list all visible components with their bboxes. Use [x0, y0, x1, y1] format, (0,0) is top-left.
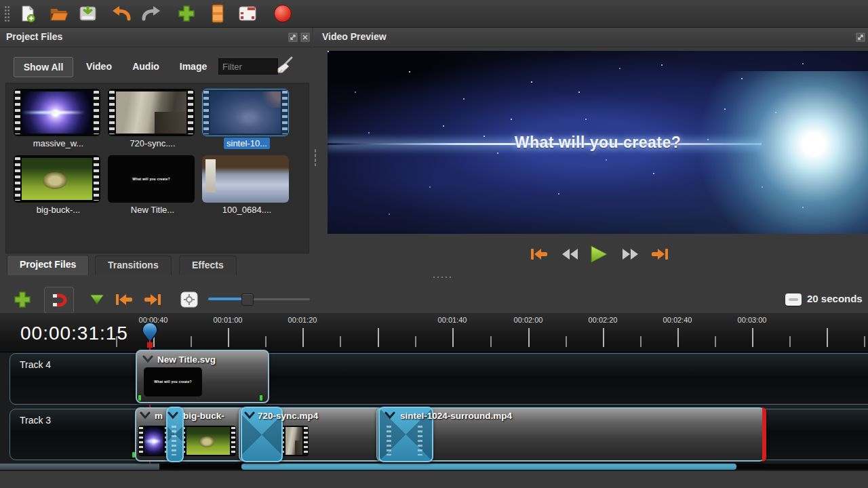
jump-to-start-button[interactable]: [528, 243, 551, 266]
tab-effects[interactable]: Effects: [179, 256, 237, 274]
ruler-label: 00:02:20: [589, 316, 618, 324]
add-marker-button[interactable]: [87, 289, 107, 310]
timeline-scroll-gutter: [0, 464, 159, 470]
ruler-tick-major: [302, 328, 304, 347]
file-item[interactable]: massive_w...: [14, 89, 103, 148]
previous-marker-button[interactable]: [114, 289, 134, 310]
rewind-icon: [561, 247, 580, 261]
file-item[interactable]: What will you create? New Title...: [108, 155, 197, 215]
ruler-tick-minor: [715, 336, 716, 347]
record-circle-icon: [274, 5, 292, 22]
clip-menu-chevron-icon[interactable]: [142, 355, 153, 363]
filter-image-button[interactable]: Image: [174, 57, 213, 76]
choose-profile-button[interactable]: [208, 3, 228, 24]
ruler-tick-minor: [490, 336, 492, 347]
selection-overlay: [202, 89, 289, 136]
clip-new-title[interactable]: New Title.svg What will you create?: [136, 350, 269, 403]
track-3-label: Track 3: [20, 415, 51, 426]
redo-icon: [141, 5, 161, 22]
filter-input[interactable]: [218, 58, 278, 75]
file-item[interactable]: 100_0684....: [202, 155, 292, 215]
clip-trim-edge[interactable]: [762, 407, 766, 462]
ruler-tick-major: [603, 328, 604, 347]
broom-icon: [275, 56, 294, 75]
jump-end-icon: [143, 292, 162, 307]
lens-flare: [687, 71, 868, 234]
video-preview-title: Video Preview: [322, 31, 387, 42]
add-track-button[interactable]: [12, 289, 33, 310]
center-on-playhead-button[interactable]: [179, 289, 199, 310]
ruler-tick-minor: [566, 336, 567, 347]
snapping-toggle-button[interactable]: [44, 287, 74, 314]
ruler-tick-minor: [415, 336, 416, 347]
clip-thumbnail: [186, 427, 230, 455]
timeline-ruler[interactable]: 00:00:4000:01:0000:01:2000:01:4000:02:00…: [0, 313, 868, 352]
clip-menu-chevron-icon[interactable]: [244, 411, 255, 420]
fullscreen-button[interactable]: [237, 3, 258, 24]
tab-project-files[interactable]: Project Files: [7, 255, 89, 275]
filter-video-button[interactable]: Video: [81, 57, 117, 76]
file-label: massive_w...: [14, 138, 103, 148]
ruler-tick-major: [228, 328, 229, 347]
ruler-label: 00:02:40: [663, 316, 692, 324]
clip-menu-chevron-icon[interactable]: [140, 411, 151, 420]
panel-splitter-handle[interactable]: [314, 148, 317, 166]
clip-menu-chevron-icon[interactable]: [167, 411, 178, 420]
fast-forward-button[interactable]: [618, 243, 642, 266]
jump-to-end-button[interactable]: [648, 243, 671, 266]
ruler-tick-major: [452, 328, 454, 347]
play-icon: [589, 245, 609, 264]
save-project-button[interactable]: [77, 3, 98, 24]
float-panel-icon[interactable]: [288, 33, 298, 42]
clip-label: sintel-1024-surround.mp4: [400, 411, 512, 421]
toolbar-grip-handle[interactable]: [4, 5, 10, 23]
close-panel-icon[interactable]: [300, 33, 310, 42]
massive-thumbnail: [22, 92, 92, 134]
preview-overlay-text: What will you create?: [328, 134, 868, 152]
project-files-header: Project Files: [0, 28, 312, 47]
zoom-slider-handle[interactable]: [241, 293, 254, 306]
ruler-tick-major: [528, 328, 530, 347]
project-files-title: Project Files: [6, 31, 62, 42]
new-project-icon: [19, 5, 37, 22]
keyframe-mark: [132, 452, 135, 458]
export-video-button[interactable]: [273, 3, 293, 24]
clip-label: m: [155, 411, 163, 421]
ruler-label: 00:02:00: [514, 316, 543, 324]
clip-thumbnail: What will you create?: [144, 367, 202, 396]
new-project-button[interactable]: [18, 3, 38, 24]
current-time-display: 00:00:31:15: [20, 323, 128, 344]
next-marker-button[interactable]: [142, 289, 163, 310]
float-panel-icon[interactable]: [856, 33, 865, 42]
clip-thumbnail: [285, 427, 302, 455]
ruler-label: 00:01:40: [438, 316, 467, 324]
file-item[interactable]: 720-sync....: [108, 89, 197, 148]
open-folder-icon: [50, 5, 68, 22]
clip-menu-chevron-icon[interactable]: [384, 411, 395, 420]
plus-icon: [13, 290, 32, 309]
ruler-tick-minor: [864, 336, 865, 347]
redo-button[interactable]: [141, 3, 161, 24]
file-item[interactable]: big-buck-...: [14, 155, 103, 215]
undo-button[interactable]: [111, 3, 132, 24]
rewind-button[interactable]: [559, 243, 582, 266]
keyframe-mark: [260, 395, 262, 401]
tab-transitions[interactable]: Transitions: [95, 256, 172, 274]
timeline-scrollbar-handle[interactable]: [241, 464, 736, 470]
video-preview-display: What will you create?: [328, 51, 868, 234]
play-button[interactable]: [587, 243, 610, 266]
import-files-button[interactable]: [176, 3, 197, 24]
file-item-selected[interactable]: sintel-10...: [202, 89, 292, 148]
ruler-tick-minor: [340, 336, 341, 347]
ruler-tick-major: [752, 328, 753, 347]
clip-thumbnail: [144, 427, 163, 455]
ruler-tick-minor: [640, 336, 642, 347]
file-label: big-buck-...: [14, 205, 103, 215]
file-label-selected: sintel-10...: [202, 138, 292, 148]
open-project-button[interactable]: [49, 3, 69, 24]
film-clip-icon: [211, 4, 224, 23]
clear-filter-button[interactable]: [275, 56, 294, 77]
dock-resize-handle[interactable]: [432, 276, 452, 279]
filter-audio-button[interactable]: Audio: [127, 57, 164, 76]
filter-show-all-button[interactable]: Show All: [14, 57, 73, 77]
